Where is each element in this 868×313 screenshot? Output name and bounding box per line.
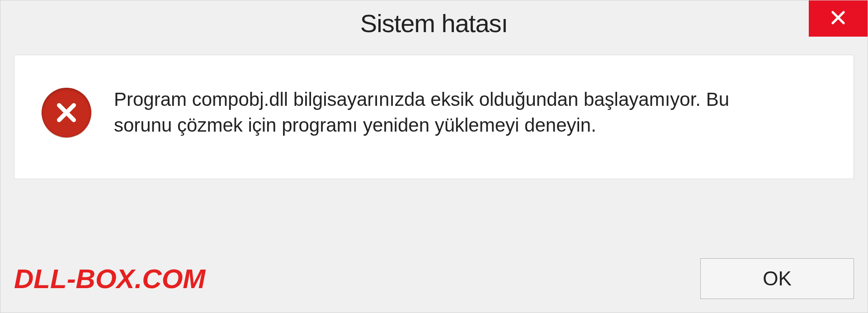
titlebar: Sistem hatası (0, 0, 868, 46)
ok-button[interactable]: OK (700, 258, 854, 299)
watermark-text: DLL-BOX.COM (14, 263, 205, 294)
error-icon (42, 88, 91, 138)
error-message: Program compobj.dll bilgisayarınızda eks… (114, 87, 792, 138)
close-button[interactable] (809, 0, 868, 37)
footer-area: DLL-BOX.COM OK (14, 258, 854, 299)
content-area: Program compobj.dll bilgisayarınızda eks… (14, 55, 854, 179)
close-icon (830, 9, 846, 28)
dialog-title: Sistem hatası (360, 9, 508, 38)
